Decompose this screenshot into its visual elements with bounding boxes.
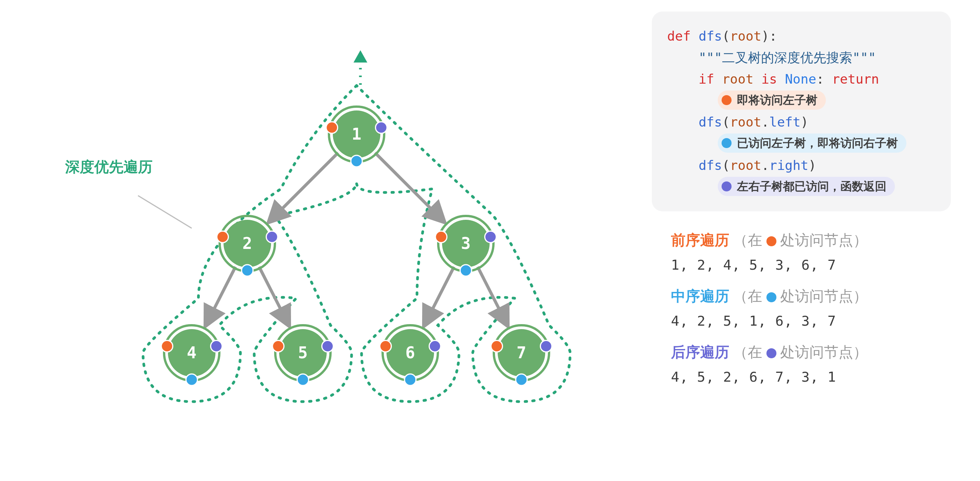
postorder-marker-icon — [540, 341, 552, 352]
code-line-if: if root is None: return — [667, 68, 936, 90]
traversal-sequence: 4, 2, 5, 1, 6, 3, 7 — [671, 313, 951, 329]
code-line-doc: """二叉树的深度优先搜索""" — [667, 47, 936, 68]
preorder-marker-icon — [217, 231, 229, 243]
code-card: def dfs(root): """二叉树的深度优先搜索""" if root … — [652, 12, 951, 211]
pill-preorder: 即将访问左子树 — [718, 91, 826, 110]
inorder-marker-icon — [404, 374, 416, 385]
traversal-title: 后序遍历 — [671, 343, 729, 362]
tree-node: 5 — [273, 325, 334, 385]
tree-node-label: 1 — [352, 125, 361, 143]
inorder-marker-icon — [351, 155, 362, 167]
postorder-marker-icon — [322, 341, 333, 352]
tree-node-label: 4 — [187, 343, 196, 362]
tree-node: 6 — [380, 325, 441, 385]
postorder-marker-icon — [485, 231, 496, 243]
code-line-pill-in: 已访问左子树，即将访问右子树 — [667, 133, 936, 154]
tree-node-label: 3 — [461, 234, 470, 253]
postorder-marker-icon — [266, 231, 278, 243]
preorder-marker-icon — [161, 341, 173, 352]
postorder-marker-icon — [210, 341, 222, 352]
code-line-call-left: dfs(root.left) — [667, 111, 936, 133]
pill-inorder: 已访问左子树，即将访问右子树 — [718, 133, 906, 153]
traversal-hint: （在 处访问节点） — [733, 343, 868, 362]
traversal-postorder: 后序遍历 （在 处访问节点） 4, 5, 2, 6, 7, 3, 1 — [671, 343, 951, 385]
traversal-sequence: 1, 2, 4, 5, 3, 6, 7 — [671, 257, 951, 273]
postorder-marker-icon — [429, 341, 441, 352]
dot-icon — [766, 348, 776, 358]
dfs-return-arrow-head-icon — [354, 50, 367, 63]
traversal-list: 前序遍历 （在 处访问节点） 1, 2, 4, 5, 3, 6, 7 中序遍历 … — [652, 231, 951, 385]
pill-postorder: 左右子树都已访问，函数返回 — [718, 177, 895, 196]
preorder-marker-icon — [491, 341, 503, 352]
traversal-inorder: 中序遍历 （在 处访问节点） 4, 2, 5, 1, 6, 3, 7 — [671, 287, 951, 329]
tree-edge — [478, 267, 508, 327]
traversal-sequence: 4, 5, 2, 6, 7, 3, 1 — [671, 369, 951, 385]
tree-node-label: 6 — [405, 343, 415, 362]
diagram-label: 深度优先遍历 — [65, 157, 153, 177]
tree-node-label: 2 — [242, 234, 252, 253]
tree-svg: 1234567 — [23, 15, 598, 460]
traversal-hint: （在 处访问节点） — [733, 231, 868, 250]
tree-edge — [259, 267, 290, 327]
preorder-marker-icon — [326, 122, 338, 133]
tree-node: 1 — [326, 107, 387, 167]
code-line-pill-post: 左右子树都已访问，函数返回 — [667, 176, 936, 198]
tree-node: 7 — [491, 325, 552, 385]
code-line-call-right: dfs(root.right) — [667, 155, 936, 176]
traversal-title: 中序遍历 — [671, 287, 729, 306]
tree-edge — [423, 267, 454, 327]
dot-icon — [722, 138, 732, 148]
preorder-marker-icon — [380, 341, 391, 352]
dot-icon — [722, 95, 732, 105]
tree-node: 2 — [217, 216, 278, 276]
tree-diagram: 1234567 深度优先遍历 — [23, 15, 598, 460]
dot-icon — [766, 236, 776, 246]
tree-edge — [375, 153, 445, 223]
tree-edge — [205, 267, 235, 327]
inorder-marker-icon — [242, 265, 253, 276]
tree-node: 4 — [161, 325, 222, 385]
traversal-title: 前序遍历 — [671, 231, 729, 250]
code-line-pill-pre: 即将访问左子树 — [667, 90, 936, 111]
traversal-preorder: 前序遍历 （在 处访问节点） 1, 2, 4, 5, 3, 6, 7 — [671, 231, 951, 273]
inorder-marker-icon — [460, 265, 472, 276]
right-panel: def dfs(root): """二叉树的深度优先搜索""" if root … — [652, 12, 951, 399]
inorder-marker-icon — [297, 374, 309, 385]
tree-edge — [268, 153, 338, 223]
postorder-marker-icon — [375, 122, 387, 133]
code-line-def: def dfs(root): — [667, 25, 936, 47]
canvas: 1234567 深度优先遍历 def dfs(root): """二叉树的深度优… — [0, 0, 980, 481]
inorder-marker-icon — [516, 374, 527, 385]
preorder-marker-icon — [273, 341, 284, 352]
tree-node-label: 5 — [298, 343, 307, 362]
dot-icon — [766, 292, 776, 302]
inorder-marker-icon — [186, 374, 197, 385]
tree-node-label: 7 — [516, 343, 526, 362]
preorder-marker-icon — [436, 231, 447, 243]
tree-node: 3 — [436, 216, 497, 276]
traversal-hint: （在 处访问节点） — [733, 287, 868, 306]
label-pointer-line — [138, 196, 192, 228]
dot-icon — [722, 181, 732, 191]
